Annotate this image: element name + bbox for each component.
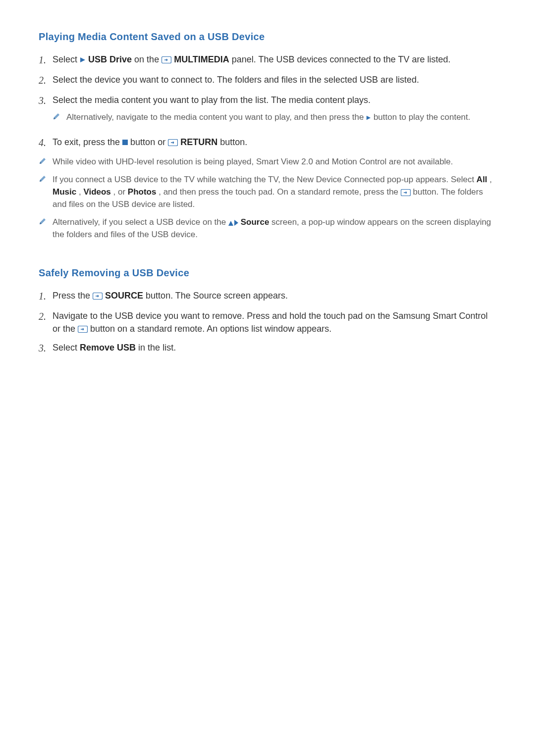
step-body: Select USB Drive on the MULTIMEDIA panel…: [53, 53, 496, 67]
step-body: To exit, press the button or RETURN butt…: [53, 136, 496, 150]
step-number: 3.: [39, 94, 53, 130]
bold-text: All: [477, 175, 487, 184]
text: Alternatively, if you select a USB devic…: [53, 217, 228, 227]
step-2: 2. Navigate to the USB device you want t…: [39, 309, 496, 335]
text: Press the: [53, 291, 93, 301]
pencil-icon: [39, 174, 53, 183]
step-1: 1. Select USB Drive on the MULTIMEDIA pa…: [39, 53, 496, 67]
note-body: If you connect a USB device to the TV wh…: [53, 174, 496, 210]
step-body: Select Remove USB in the list.: [53, 341, 496, 355]
svg-rect-3: [122, 140, 128, 145]
step-body: Select the media content you want to pla…: [53, 94, 496, 130]
text: Select the media content you want to pla…: [53, 95, 371, 105]
text: Alternatively, navigate to the media con…: [66, 112, 366, 122]
text: button to play the content.: [374, 112, 471, 122]
play-icon: [80, 57, 86, 63]
pencil-icon: [53, 111, 66, 120]
note: If you connect a USB device to the TV wh…: [39, 174, 496, 210]
step-body: Press the SOURCE button. The Source scre…: [53, 289, 496, 303]
text: ,: [489, 175, 492, 184]
text: If you connect a USB device to the TV wh…: [53, 175, 477, 184]
source-button-icon: [161, 56, 171, 63]
step-number: 3.: [39, 341, 53, 355]
text: Select: [53, 343, 80, 353]
pencil-icon: [39, 156, 53, 165]
step-body: Navigate to the USB device you want to r…: [53, 309, 496, 335]
svg-marker-6: [228, 221, 233, 226]
text: panel. The USB devices connected to the …: [232, 54, 451, 64]
nav-arrows-icon: [228, 220, 238, 226]
step-3: 3. Select the media content you want to …: [39, 94, 496, 130]
step-1: 1. Press the SOURCE button. The Source s…: [39, 289, 496, 303]
step-number: 1.: [39, 289, 53, 303]
bold-text: USB Drive: [88, 54, 132, 64]
step-4: 4. To exit, press the button or RETURN b…: [39, 136, 496, 150]
text: button.: [220, 137, 247, 147]
bold-text: Music: [53, 187, 76, 197]
bold-text: RETURN: [180, 137, 217, 147]
step-2: 2. Select the device you want to connect…: [39, 73, 496, 88]
step-number: 2.: [39, 309, 53, 335]
bold-text: Remove USB: [80, 343, 136, 353]
section-1-steps: 1. Select USB Drive on the MULTIMEDIA pa…: [39, 53, 496, 150]
text: , and then press the touch pad. On a sta…: [159, 187, 401, 197]
step-number: 1.: [39, 53, 53, 67]
svg-marker-2: [367, 115, 371, 119]
source-button-icon: [93, 293, 103, 300]
section-2-title: Safely Removing a USB Device: [39, 266, 496, 280]
note-body: Alternatively, if you select a USB devic…: [53, 216, 496, 241]
text: button on a standard remote. An options …: [90, 324, 331, 334]
text: in the list.: [138, 343, 176, 353]
step-body: Select the device you want to connect to…: [53, 73, 496, 88]
step-number: 4.: [39, 136, 53, 150]
bold-text: Source: [241, 217, 269, 227]
pencil-icon: [39, 216, 53, 225]
text: button. The Source screen appears.: [146, 291, 288, 301]
bold-text: Videos: [83, 187, 110, 197]
note: Alternatively, if you select a USB devic…: [39, 216, 496, 241]
enter-button-icon: [78, 326, 88, 333]
play-icon: [366, 115, 371, 120]
svg-marker-7: [234, 220, 238, 226]
step-number: 2.: [39, 73, 53, 88]
step-3: 3. Select Remove USB in the list.: [39, 341, 496, 355]
svg-marker-0: [80, 57, 85, 62]
bold-text: MULTIMEDIA: [174, 54, 229, 64]
return-button-icon: [168, 139, 178, 146]
text: button or: [130, 137, 168, 147]
note: Alternatively, navigate to the media con…: [53, 111, 496, 124]
bold-text: SOURCE: [105, 291, 143, 301]
note-body: Alternatively, navigate to the media con…: [66, 111, 496, 124]
bold-text: Photos: [128, 187, 157, 197]
note-body: While video with UHD-level resolution is…: [53, 156, 496, 168]
section-2-steps: 1. Press the SOURCE button. The Source s…: [39, 289, 496, 355]
text: on the: [134, 54, 161, 64]
text: Select: [53, 54, 80, 64]
text: , or: [113, 187, 128, 197]
enter-button-icon: [401, 189, 411, 196]
section-1-title: Playing Media Content Saved on a USB Dev…: [39, 30, 496, 44]
note: While video with UHD-level resolution is…: [39, 156, 496, 168]
stop-icon: [122, 140, 128, 145]
text: ,: [79, 187, 83, 197]
text: To exit, press the: [53, 137, 122, 147]
